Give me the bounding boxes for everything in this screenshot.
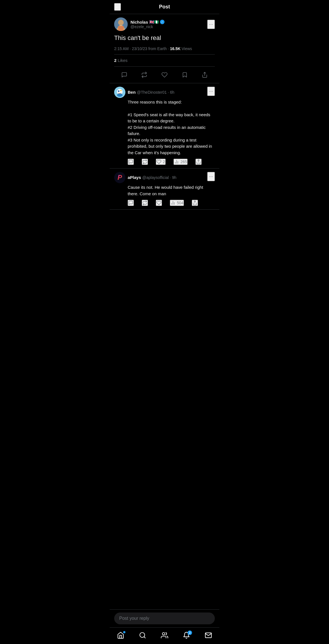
ben-comment-body: Three reasons this is staged: #1 Speed's…	[128, 99, 215, 156]
svg-point-9	[120, 90, 122, 91]
retweet-icon-aplays	[142, 200, 147, 205]
main-post: Nicholas 🇬🇧🇳🇬 ✓ @ezele_nick ··· This can…	[110, 14, 219, 83]
author-info: Nicholas 🇬🇧🇳🇬 ✓ @ezele_nick	[130, 20, 164, 29]
svg-point-1	[118, 20, 124, 25]
comment-author-row-ben: Ben @TheDinoster01 · 6h	[114, 87, 174, 98]
bookmark-button[interactable]	[179, 70, 190, 80]
share-icon-aplays	[192, 200, 197, 205]
share-icon-sm	[196, 159, 201, 164]
svg-rect-4	[118, 26, 124, 31]
heart-icon	[161, 72, 168, 78]
heart-icon-sm	[156, 159, 161, 164]
aplays-like-button[interactable]	[156, 200, 162, 206]
author-name: Nicholas	[130, 20, 148, 24]
share-button[interactable]	[199, 70, 210, 80]
author-handle: @ezele_nick	[130, 24, 164, 29]
comment-header-aplays: P aPlays @aplaysofficial · 9h ···	[114, 172, 215, 183]
comment-ben: Ben @TheDinoster01 · 6h ··· Three reason…	[110, 83, 219, 169]
ben-like-button[interactable]: 2	[156, 159, 166, 165]
more-options-button[interactable]: ···	[207, 20, 215, 29]
retweet-icon-sm	[142, 159, 147, 164]
retweet-icon	[141, 72, 147, 78]
comment-icon-sm	[128, 159, 133, 164]
comment-aplays: P aPlays @aplaysofficial · 9h ··· Cause …	[110, 169, 219, 210]
aplays-author-info: aPlays @aplaysofficial · 9h	[128, 175, 176, 180]
aplays-share-button[interactable]	[192, 200, 198, 206]
verified-badge: ✓	[160, 20, 164, 24]
comment-icon	[121, 72, 127, 78]
aplays-comment-body: Cause its not. He would have failed righ…	[128, 184, 215, 197]
share-icon	[202, 72, 208, 78]
avatar-ben	[114, 87, 125, 98]
svg-point-11	[118, 91, 119, 91]
ben-share-button[interactable]	[195, 159, 202, 165]
heart-icon-aplays	[156, 200, 161, 205]
comment-author-row-aplays: P aPlays @aplaysofficial · 9h	[114, 172, 176, 183]
aplays-retweet-button[interactable]	[142, 200, 148, 206]
ben-comment-actions: 2 265	[128, 159, 215, 165]
post-meta: 2:15 AM · 23/10/23 from Earth · 16.5K Vi…	[114, 46, 215, 51]
back-button[interactable]: ←	[114, 3, 121, 11]
aplays-name: aPlays	[128, 175, 141, 180]
likes-count: 2 Likes	[114, 58, 128, 63]
svg-point-10	[117, 93, 123, 97]
ben-retweet-button[interactable]	[142, 159, 148, 165]
comment-button[interactable]	[119, 70, 130, 80]
page-title: Post	[159, 4, 170, 10]
comment-icon-aplays	[128, 200, 133, 205]
author-name-row: Nicholas 🇬🇧🇳🇬 ✓	[130, 20, 164, 24]
aplays-logo-letter: P	[118, 174, 122, 181]
ben-more-button[interactable]: ···	[207, 87, 215, 96]
comment-header-ben: Ben @TheDinoster01 · 6h ···	[114, 87, 215, 98]
post-author-row: Nicholas 🇬🇧🇳🇬 ✓ @ezele_nick ···	[114, 17, 215, 31]
post-stats: 2 Likes	[114, 54, 215, 67]
ben-name: Ben	[128, 90, 136, 95]
bookmark-icon	[182, 72, 188, 78]
header: ← Post	[110, 0, 219, 14]
action-bar	[114, 68, 215, 83]
ben-comment-button[interactable]	[128, 159, 134, 165]
aplays-more-button[interactable]: ···	[207, 172, 215, 181]
bar-chart-icon-aplays	[170, 200, 175, 205]
aplays-comment-actions: 504	[128, 200, 215, 206]
ben-author-info: Ben @TheDinoster01 · 6h	[128, 90, 174, 95]
aplays-views-button[interactable]: 504	[170, 200, 184, 206]
ben-likes: 2	[163, 160, 165, 164]
aplays-handle-time: @aplaysofficial · 9h	[142, 175, 176, 180]
avatar	[114, 17, 128, 31]
ben-views-button[interactable]: 265	[173, 159, 188, 165]
aplays-views: 504	[177, 201, 183, 205]
avatar-aplays: P	[114, 172, 125, 183]
aplays-comment-button[interactable]	[128, 200, 134, 206]
ben-handle-time: @TheDinoster01 · 6h	[137, 90, 174, 95]
flag-icons: 🇬🇧🇳🇬	[149, 20, 159, 24]
bottom-spacer	[110, 210, 219, 246]
ben-views: 265	[181, 160, 187, 164]
like-button[interactable]	[159, 70, 170, 80]
retweet-button[interactable]	[139, 70, 150, 80]
post-author-left: Nicholas 🇬🇧🇳🇬 ✓ @ezele_nick	[114, 17, 164, 31]
bar-chart-icon	[174, 159, 179, 164]
post-text: This can't be real	[114, 34, 215, 42]
